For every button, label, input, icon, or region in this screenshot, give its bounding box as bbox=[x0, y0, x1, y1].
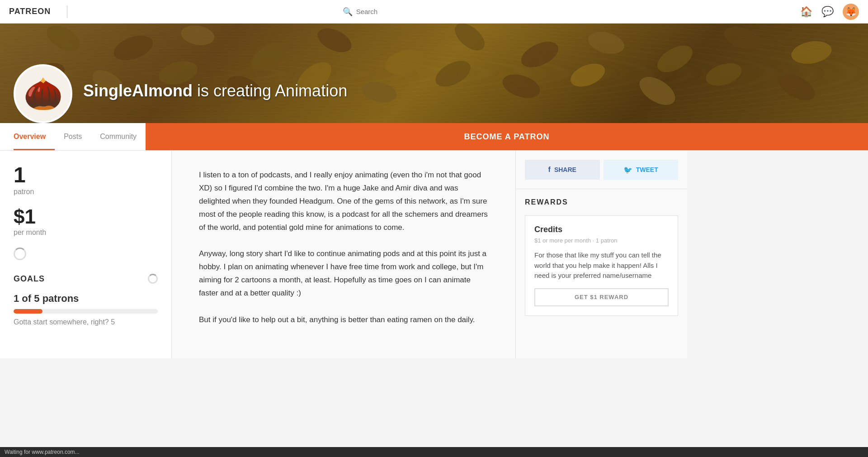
goals-title: GOALS bbox=[14, 274, 45, 284]
twitter-icon: 🐦 bbox=[623, 166, 632, 174]
creator-suffix: is creating Animation bbox=[193, 81, 347, 100]
rewards-section: REWARDS Credits $1 or more per month · 1… bbox=[516, 189, 687, 329]
reward-card-title: Credits bbox=[534, 225, 669, 234]
banner-overlay: 🌰 SingleAlmond is creating Animation bbox=[0, 55, 868, 123]
nav-divider bbox=[67, 5, 67, 18]
tab-posts[interactable]: Posts bbox=[55, 123, 91, 150]
tab-community[interactable]: Community bbox=[91, 123, 146, 150]
tabs-patron-row: Overview Posts Community BECOME A PATRON bbox=[0, 123, 868, 151]
search-icon: 🔍 bbox=[343, 7, 353, 17]
tab-overview[interactable]: Overview bbox=[14, 123, 55, 150]
goal-description: Gotta start somewhere, right? 5 bbox=[14, 318, 158, 326]
creator-title: SingleAlmond is creating Animation bbox=[83, 81, 347, 100]
share-twitter-button[interactable]: 🐦 TWEET bbox=[604, 160, 679, 180]
tab-posts-label: Posts bbox=[64, 133, 82, 141]
tab-overview-label: Overview bbox=[14, 133, 46, 141]
reward-card-meta: $1 or more per month · 1 patron bbox=[534, 237, 669, 244]
goals-spinner bbox=[148, 274, 158, 284]
main-content-area: I listen to a ton of podcasts, and I rea… bbox=[172, 151, 515, 358]
logo-text: PATREON bbox=[9, 7, 51, 16]
creator-avatar: 🌰 bbox=[14, 64, 72, 123]
get-reward-button[interactable]: GET $1 REWARD bbox=[534, 288, 669, 306]
rewards-title: REWARDS bbox=[525, 198, 678, 206]
facebook-icon: f bbox=[548, 166, 551, 174]
tab-community-label: Community bbox=[100, 133, 137, 141]
become-patron-button[interactable]: BECOME A PATRON bbox=[146, 123, 868, 150]
content-para-3: But if you'd like to help out a bit, any… bbox=[199, 314, 488, 327]
reward-card-desc: For those that like my stuff you can tel… bbox=[534, 250, 669, 281]
patron-count: 1 bbox=[14, 164, 158, 186]
logo: PATREON bbox=[9, 7, 51, 16]
loading-spinner bbox=[14, 248, 26, 260]
per-month-label: per month bbox=[14, 228, 158, 237]
banner: 🌰 SingleAlmond is creating Animation bbox=[0, 24, 868, 123]
content-para-2: Anyway, long story shart I'd like to con… bbox=[199, 248, 488, 300]
tabs-area: Overview Posts Community bbox=[0, 123, 146, 150]
monthly-amount: $1 bbox=[14, 207, 158, 227]
creator-avatar-icon: 🌰 bbox=[24, 75, 63, 112]
avatar-icon: 🦊 bbox=[845, 6, 857, 17]
home-icon[interactable]: 🏠 bbox=[800, 6, 812, 18]
stats-panel: 1 patron $1 per month GOALS 1 of 5 patro… bbox=[0, 151, 172, 358]
tweet-label: TWEET bbox=[636, 166, 658, 173]
goals-label: patrons bbox=[42, 293, 79, 304]
goals-total: 5 bbox=[34, 293, 39, 304]
goal-patrons: 1 of 5 patrons bbox=[14, 293, 158, 305]
content-para-1: I listen to a ton of podcasts, and I rea… bbox=[199, 169, 488, 234]
avatar[interactable]: 🦊 bbox=[843, 4, 859, 20]
creator-name: SingleAlmond bbox=[83, 81, 193, 100]
messages-icon[interactable]: 💬 bbox=[821, 6, 834, 18]
get-reward-label: GET $1 REWARD bbox=[575, 294, 628, 300]
goals-header: GOALS bbox=[14, 274, 158, 284]
nav-icons: 🏠 💬 🦊 bbox=[800, 4, 859, 20]
share-facebook-button[interactable]: f SHARE bbox=[525, 160, 600, 180]
top-nav: PATREON 🔍 🏠 💬 🦊 bbox=[0, 0, 868, 24]
share-label: SHARE bbox=[554, 166, 576, 173]
goal-progress-bar bbox=[14, 309, 42, 314]
social-buttons: f SHARE 🐦 TWEET bbox=[516, 151, 687, 189]
patron-label: patron bbox=[14, 188, 158, 196]
goal-progress-bar-bg bbox=[14, 309, 158, 314]
below-tabs: 1 patron $1 per month GOALS 1 of 5 patro… bbox=[0, 151, 868, 358]
reward-card-0: Credits $1 or more per month · 1 patron … bbox=[525, 215, 678, 316]
search-input[interactable] bbox=[356, 8, 447, 15]
goals-current: 1 bbox=[14, 293, 19, 304]
right-sidebar: f SHARE 🐦 TWEET REWARDS Credits $1 or mo… bbox=[515, 151, 687, 358]
search-area: 🔍 bbox=[343, 7, 524, 17]
become-patron-label: BECOME A PATRON bbox=[464, 132, 550, 142]
